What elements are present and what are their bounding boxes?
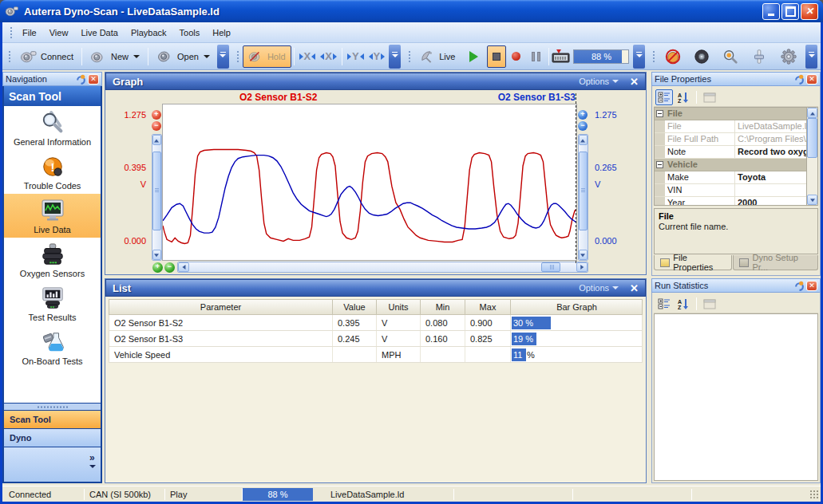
tab-dyno-setup[interactable]: Dyno Setup Pr... bbox=[733, 255, 818, 270]
scroll-up-button[interactable] bbox=[579, 135, 588, 145]
close-icon[interactable] bbox=[806, 281, 817, 291]
axis-zoom-out-button[interactable] bbox=[578, 121, 588, 131]
menu-live-data[interactable]: Live Data bbox=[74, 26, 124, 40]
scroll-left-button[interactable] bbox=[178, 262, 189, 272]
navigation-splitter[interactable] bbox=[4, 403, 101, 410]
nav-group-button-dyno[interactable]: Dyno bbox=[4, 428, 101, 447]
right-vertical-scrollbar[interactable] bbox=[578, 134, 588, 261]
clear-codes-button[interactable] bbox=[659, 45, 687, 68]
column-header-min[interactable]: Min bbox=[421, 300, 465, 314]
toolbar-overflow-button[interactable] bbox=[633, 45, 645, 69]
graph-options-button[interactable]: Options bbox=[579, 77, 619, 86]
column-header-value[interactable]: Value bbox=[333, 300, 377, 314]
collapse-icon[interactable] bbox=[656, 161, 663, 168]
axis-zoom-in-button[interactable] bbox=[578, 110, 588, 120]
nav-group-button-scan-tool[interactable]: Scan Tool bbox=[4, 410, 101, 428]
menu-view[interactable]: View bbox=[43, 26, 75, 40]
left-vertical-scrollbar[interactable] bbox=[152, 134, 162, 261]
property-row[interactable]: File Full PathC:\Program Files\A bbox=[655, 133, 817, 146]
scrollbar-thumb[interactable] bbox=[579, 152, 588, 231]
sidebar-item-live-data[interactable]: Live Data bbox=[4, 194, 101, 238]
connect-button[interactable]: Connect bbox=[14, 45, 79, 68]
hold-button[interactable]: Hold bbox=[243, 45, 291, 68]
toolbar-overflow-button[interactable] bbox=[217, 45, 229, 69]
menu-grip[interactable] bbox=[9, 26, 13, 40]
sidebar-item-general-information[interactable]: General Information bbox=[4, 106, 101, 150]
zoom-x-in-button[interactable]: X bbox=[297, 46, 319, 67]
zoom-y-out-button[interactable]: Y bbox=[366, 46, 388, 67]
axis-zoom-out-button[interactable] bbox=[152, 121, 161, 131]
toolbar-grip[interactable] bbox=[235, 49, 239, 64]
slider-control-button[interactable] bbox=[745, 45, 774, 68]
play-button[interactable] bbox=[461, 45, 487, 68]
toolbar-grip[interactable] bbox=[407, 49, 411, 64]
maximize-button[interactable] bbox=[781, 3, 799, 20]
time-zoom-out-button[interactable] bbox=[164, 262, 175, 273]
settings-button[interactable] bbox=[774, 45, 804, 68]
auto-hide-pin-icon[interactable] bbox=[76, 74, 86, 85]
property-pages-button[interactable] bbox=[701, 296, 718, 312]
chevron-right-icon[interactable]: » bbox=[89, 452, 96, 471]
zoom-y-in-button[interactable]: Y bbox=[345, 46, 366, 67]
property-row[interactable]: NoteRecord two oxyg bbox=[655, 146, 817, 159]
toolbar-grip[interactable] bbox=[651, 49, 655, 64]
sidebar-item-on-board-tests[interactable]: On-Board Tests bbox=[4, 325, 101, 369]
menu-help[interactable]: Help bbox=[206, 26, 237, 40]
live-button[interactable]: Live bbox=[414, 45, 461, 68]
collapse-icon[interactable] bbox=[656, 110, 663, 117]
scrollbar-thumb[interactable] bbox=[807, 118, 817, 158]
auto-hide-pin-icon[interactable] bbox=[794, 281, 805, 291]
toolbar-overflow-button[interactable] bbox=[805, 45, 817, 69]
alphabetical-sort-button[interactable]: AZ bbox=[675, 89, 692, 105]
record-button[interactable] bbox=[506, 45, 526, 68]
categorized-view-button[interactable] bbox=[655, 296, 673, 312]
property-row[interactable]: Year2000 bbox=[655, 197, 817, 206]
scroll-down-button[interactable] bbox=[152, 250, 161, 260]
axis-zoom-in-button[interactable] bbox=[152, 110, 161, 120]
alphabetical-sort-button[interactable]: AZ bbox=[675, 296, 692, 312]
resize-grip[interactable] bbox=[809, 490, 819, 499]
list-options-button[interactable]: Options bbox=[579, 283, 619, 293]
graph-close-button[interactable] bbox=[630, 76, 639, 88]
time-zoom-in-button[interactable] bbox=[152, 262, 163, 273]
minimize-button[interactable] bbox=[762, 3, 780, 20]
tab-file-properties[interactable]: File Properties bbox=[654, 255, 732, 270]
menu-playback[interactable]: Playback bbox=[125, 26, 173, 40]
close-icon[interactable] bbox=[88, 74, 99, 85]
time-cursor-line[interactable] bbox=[576, 93, 576, 263]
list-close-button[interactable] bbox=[630, 282, 639, 294]
categorized-view-button[interactable] bbox=[655, 89, 673, 105]
property-row[interactable]: FileLiveDataSample.ld bbox=[655, 120, 817, 133]
menu-file[interactable]: File bbox=[16, 26, 43, 40]
sidebar-item-trouble-codes[interactable]: ! Trouble Codes bbox=[4, 150, 101, 194]
close-button[interactable] bbox=[801, 3, 818, 20]
scrollbar-thumb[interactable] bbox=[152, 152, 161, 231]
column-header-max[interactable]: Max bbox=[465, 300, 511, 314]
property-category-row[interactable]: File bbox=[655, 108, 817, 120]
toolbar-grip[interactable] bbox=[7, 49, 11, 64]
column-header-parameter[interactable]: Parameter bbox=[109, 300, 333, 314]
pause-button[interactable] bbox=[526, 45, 546, 68]
plot-area[interactable] bbox=[162, 104, 577, 261]
table-row[interactable]: Vehicle Speed MPH 11% bbox=[109, 347, 643, 363]
scroll-up-button[interactable] bbox=[807, 108, 817, 118]
column-header-bar-graph[interactable]: Bar Graph bbox=[511, 300, 642, 314]
search-button[interactable] bbox=[716, 45, 745, 68]
dyno-wheel-button[interactable] bbox=[687, 45, 716, 68]
new-button[interactable]: New bbox=[85, 45, 145, 68]
auto-hide-pin-icon[interactable] bbox=[794, 74, 805, 85]
property-pages-button[interactable] bbox=[701, 89, 718, 105]
property-row[interactable]: MakeToyota bbox=[655, 171, 817, 184]
scroll-down-button[interactable] bbox=[807, 195, 817, 205]
property-grid-scrollbar[interactable] bbox=[806, 108, 817, 205]
zoom-x-out-button[interactable]: X bbox=[318, 46, 339, 67]
menu-tools[interactable]: Tools bbox=[173, 26, 207, 40]
sidebar-item-oxygen-sensors[interactable]: Oxygen Sensors bbox=[4, 238, 101, 282]
column-header-units[interactable]: Units bbox=[377, 300, 421, 314]
scroll-up-button[interactable] bbox=[152, 135, 161, 145]
scroll-right-button[interactable] bbox=[576, 262, 588, 272]
scrollbar-thumb[interactable] bbox=[541, 262, 560, 272]
open-button[interactable]: Open bbox=[151, 45, 216, 68]
table-row[interactable]: O2 Sensor B1-S2 0.395 V 0.080 0.900 30 % bbox=[109, 315, 643, 331]
scroll-down-button[interactable] bbox=[579, 250, 588, 260]
